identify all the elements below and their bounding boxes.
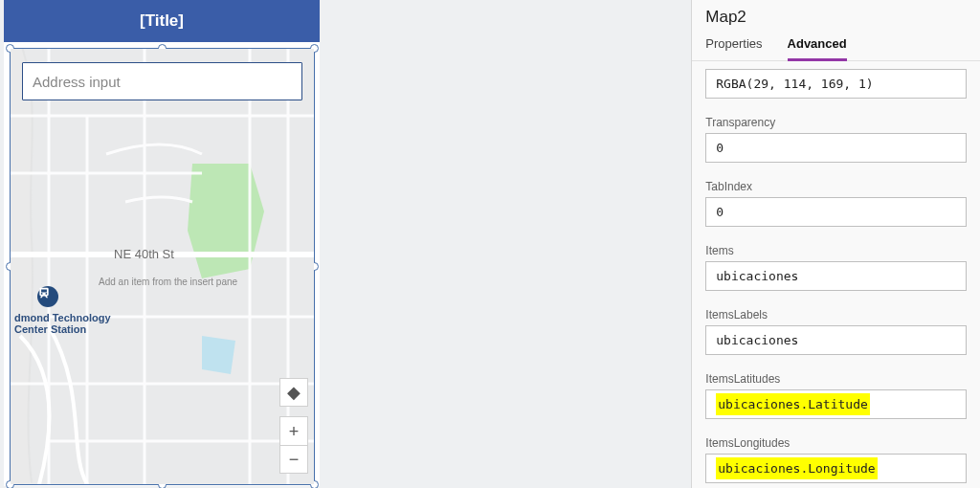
prop-value-input[interactable]: ubicaciones [705, 325, 967, 355]
prop-label: ItemsLatitudes [705, 372, 967, 386]
transit-station-icon [37, 286, 58, 307]
selected-control-name: Map2 [692, 0, 980, 27]
street-label: NE 40th St [114, 247, 174, 261]
map-zoom-in-button[interactable]: + [279, 416, 308, 445]
tab-properties[interactable]: Properties [705, 36, 762, 60]
advanced-properties-list[interactable]: RGBA(29, 114, 169, 1)Transparency0TabInd… [692, 61, 980, 488]
prop-value-input[interactable]: 0 [705, 197, 967, 227]
address-search-input[interactable]: Address input [22, 62, 302, 100]
panel-tabs: Properties Advanced [692, 27, 980, 61]
design-canvas[interactable]: [Title] [0, 0, 691, 488]
map-compass-button[interactable]: ◆ [279, 378, 308, 407]
prop-label: Transparency [705, 116, 967, 129]
map-svg [11, 49, 314, 484]
map-compass-group: ◆ [279, 378, 308, 407]
prop-value-input[interactable]: 0 [705, 133, 967, 163]
prop-label: ItemsLabels [705, 308, 967, 322]
map-zoom-group: + − [279, 416, 308, 474]
prop-value-input[interactable]: ubicaciones.Longitude [705, 454, 967, 483]
app-title-bar[interactable]: [Title] [4, 0, 320, 42]
prop-value-input[interactable]: ubicaciones.Latitude [705, 389, 967, 419]
properties-panel: Map2 Properties Advanced RGBA(29, 114, 1… [691, 0, 980, 488]
prop-value-input[interactable]: RGBA(29, 114, 169, 1) [705, 69, 967, 99]
prop-value-input[interactable]: ubicaciones [705, 261, 967, 291]
canvas-hint-text: Add an item from the insert pane [99, 277, 237, 287]
app-title-label: [Title] [140, 11, 184, 31]
prop-label: Items [705, 244, 967, 257]
transit-station-label: dmond Technology Center Station [11, 312, 139, 335]
address-placeholder: Address input [33, 74, 121, 90]
map-surface[interactable]: Address input NE 40th St Add an item fro… [11, 49, 314, 484]
prop-label: TabIndex [705, 180, 967, 193]
prop-label: ItemsLongitudes [705, 436, 967, 450]
svg-rect-0 [11, 49, 314, 484]
map-zoom-out-button[interactable]: − [279, 445, 308, 474]
map-control-selected[interactable]: Address input NE 40th St Add an item fro… [10, 48, 315, 485]
tab-advanced[interactable]: Advanced [788, 36, 847, 61]
